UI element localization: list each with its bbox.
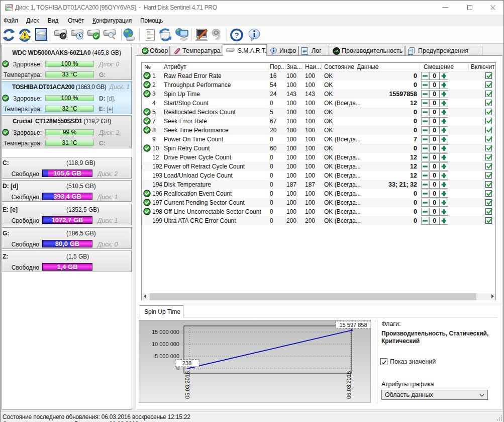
svg-text:10 000 000: 10 000 000: [152, 341, 179, 347]
svg-text:06.03.2016: 06.03.2016: [346, 371, 352, 399]
svg-text:?: ?: [234, 31, 239, 39]
svg-text:5 000 000: 5 000 000: [155, 353, 179, 359]
svg-text:15 000 000: 15 000 000: [152, 329, 179, 335]
svg-text:05.03.2016: 05.03.2016: [184, 371, 190, 399]
svg-text:15 597 858: 15 597 858: [339, 322, 367, 328]
svg-text:238: 238: [182, 360, 191, 366]
